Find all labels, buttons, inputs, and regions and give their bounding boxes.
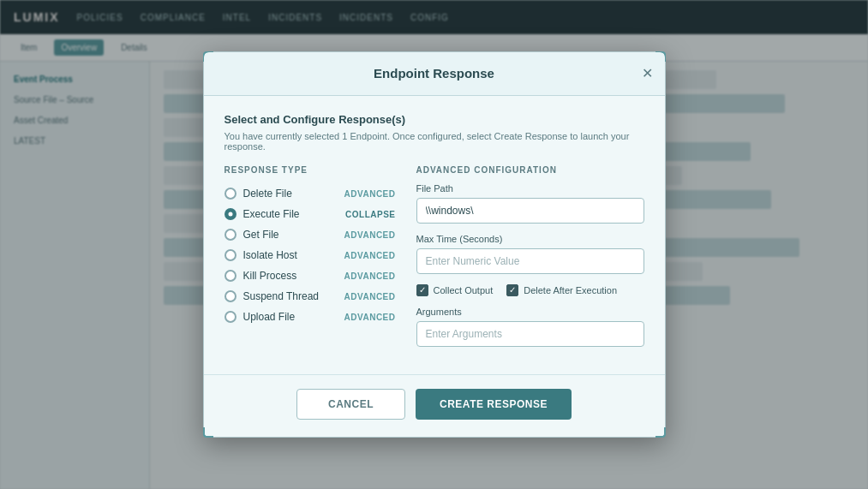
response-row-suspend-thread: Suspend Thread ADVANCED xyxy=(224,286,396,307)
radio-delete-file[interactable] xyxy=(224,188,236,200)
advanced-config-column: ADVANCED CONFIGURATION File Path Max Tim… xyxy=(416,165,644,357)
collect-output-item: Collect Output xyxy=(416,284,494,296)
collect-output-checkbox[interactable] xyxy=(416,284,428,296)
badge-upload-file: ADVANCED xyxy=(344,313,396,322)
badge-execute-file: COLLAPSE xyxy=(345,210,395,219)
cancel-button[interactable]: CANCEL xyxy=(296,389,405,420)
response-label-isolate-host: Isolate Host xyxy=(243,249,297,261)
response-label-get-file: Get File xyxy=(243,229,279,241)
radio-get-file[interactable] xyxy=(224,229,236,241)
badge-suspend-thread: ADVANCED xyxy=(344,292,396,301)
radio-kill-process[interactable] xyxy=(224,270,236,282)
arguments-label: Arguments xyxy=(416,307,644,317)
delete-after-label: Delete After Execution xyxy=(524,285,617,295)
response-row-execute-file: Execute File COLLAPSE xyxy=(224,204,396,224)
file-path-label: File Path xyxy=(416,183,644,194)
response-row-upload-file: Upload File ADVANCED xyxy=(224,307,396,327)
modal-overlay: Endpoint Response ✕ Select and Configure… xyxy=(0,0,868,489)
badge-get-file: ADVANCED xyxy=(344,230,396,240)
close-button[interactable]: ✕ xyxy=(642,67,653,81)
response-type-header: RESPONSE TYPE xyxy=(224,165,396,175)
radio-upload-file[interactable] xyxy=(224,311,236,323)
response-row-kill-process: Kill Process ADVANCED xyxy=(224,265,396,286)
response-label-suspend-thread: Suspend Thread xyxy=(243,290,320,302)
endpoint-response-modal: Endpoint Response ✕ Select and Configure… xyxy=(203,51,666,438)
response-label-upload-file: Upload File xyxy=(243,311,296,323)
response-row-delete-file: Delete File ADVANCED xyxy=(224,183,396,204)
response-label-kill-process: Kill Process xyxy=(243,270,297,282)
response-row-get-file: Get File ADVANCED xyxy=(224,224,396,245)
modal-body: Select and Configure Response(s) You hav… xyxy=(204,96,665,374)
section-subtitle: You have currently selected 1 Endpoint. … xyxy=(224,131,644,152)
response-type-column: RESPONSE TYPE Delete File ADVANCED xyxy=(224,165,396,357)
response-row-isolate-host: Isolate Host ADVANCED xyxy=(224,245,396,265)
max-time-input[interactable] xyxy=(416,248,644,274)
section-title: Select and Configure Response(s) xyxy=(224,113,644,126)
collect-output-label: Collect Output xyxy=(434,285,494,295)
modal-header: Endpoint Response ✕ xyxy=(204,52,665,96)
file-path-input[interactable] xyxy=(416,198,644,224)
modal-footer: CANCEL CREATE RESPONSE xyxy=(204,374,665,437)
radio-suspend-thread[interactable] xyxy=(224,290,236,302)
radio-execute-file[interactable] xyxy=(224,208,236,220)
badge-delete-file: ADVANCED xyxy=(344,189,396,199)
checkboxes-row: Collect Output Delete After Execution xyxy=(416,284,644,296)
create-response-button[interactable]: CREATE RESPONSE xyxy=(416,389,572,420)
delete-after-checkbox[interactable] xyxy=(506,284,518,296)
arguments-input[interactable] xyxy=(416,321,644,347)
delete-after-item: Delete After Execution xyxy=(506,284,617,296)
badge-kill-process: ADVANCED xyxy=(344,271,396,281)
response-label-delete-file: Delete File xyxy=(243,188,292,200)
modal-title: Endpoint Response xyxy=(374,66,494,81)
max-time-label: Max Time (Seconds) xyxy=(416,234,644,244)
radio-isolate-host[interactable] xyxy=(224,249,236,261)
adv-config-header: ADVANCED CONFIGURATION xyxy=(416,165,644,175)
badge-isolate-host: ADVANCED xyxy=(344,251,396,260)
modal-columns: RESPONSE TYPE Delete File ADVANCED xyxy=(224,165,644,357)
response-label-execute-file: Execute File xyxy=(243,208,300,220)
